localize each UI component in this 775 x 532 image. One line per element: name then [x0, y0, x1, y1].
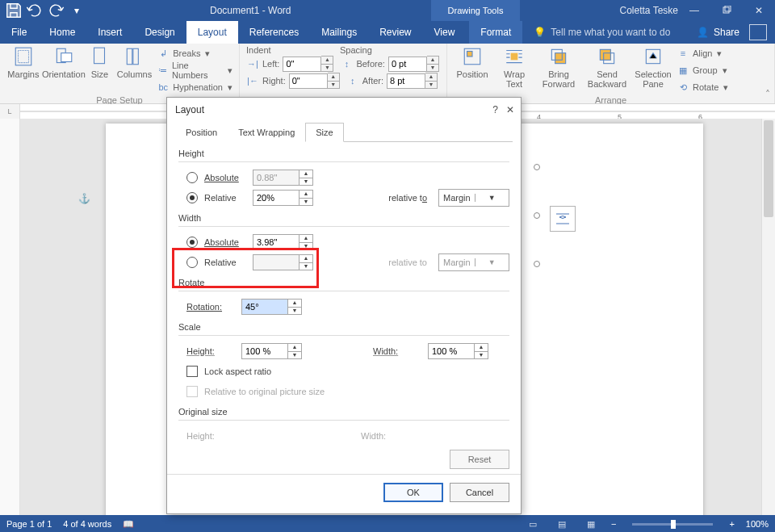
width-absolute-input[interactable]	[253, 234, 300, 250]
zoom-slider-thumb[interactable]	[671, 520, 676, 529]
spacing-before-icon: ↕	[340, 57, 353, 70]
minimize-icon[interactable]: —	[678, 0, 710, 21]
zoom-out-icon[interactable]: −	[611, 519, 616, 529]
spacing-before-input[interactable]	[388, 57, 427, 72]
dlg-tab-position[interactable]: Position	[175, 123, 228, 142]
dlg-tab-text-wrapping[interactable]: Text Wrapping	[228, 123, 305, 142]
selection-pane-button[interactable]: Selection Pane	[635, 45, 672, 89]
tell-me-search[interactable]: 💡 Tell me what you want to do	[522, 21, 689, 44]
dlg-tab-size[interactable]: Size	[305, 123, 343, 142]
user-name[interactable]: Coletta Teske	[620, 0, 679, 21]
send-backward-button[interactable]: Send Backward	[584, 45, 630, 89]
scrollbar-vertical[interactable]	[761, 119, 775, 515]
spacing-after-spinner[interactable]: ▲▼	[387, 73, 438, 89]
group-arrange: Position Wrap Text Bring Forward Send Ba…	[447, 44, 775, 103]
send-backward-label: Send Backward	[584, 69, 630, 89]
save-icon[interactable]	[5, 2, 23, 19]
indent-right-spinner[interactable]: ▲▼	[289, 73, 340, 89]
status-page[interactable]: Page 1 of 1	[6, 519, 52, 529]
margins-button[interactable]: Margins	[6, 45, 40, 79]
scale-width-spinner[interactable]: ▲▼	[428, 343, 488, 359]
orig-width-label: Width:	[361, 431, 409, 441]
layout-options-icon[interactable]	[550, 206, 576, 232]
dialog-titlebar[interactable]: Layout ? ✕	[167, 98, 521, 122]
ruler-vertical[interactable]	[0, 119, 20, 515]
scale-height-spinner[interactable]: ▲▼	[241, 343, 302, 359]
bring-forward-button[interactable]: Bring Forward	[538, 45, 580, 89]
height-relative-radio[interactable]	[186, 192, 198, 203]
height-relative-spinner[interactable]: ▲▼	[253, 190, 313, 206]
tab-mailings[interactable]: Mailings	[310, 21, 368, 44]
ok-button[interactable]: OK	[383, 483, 443, 502]
height-absolute-spinner[interactable]: ▲▼	[253, 170, 313, 186]
scale-height-input[interactable]	[241, 343, 288, 359]
view-read-icon[interactable]: ▭	[524, 517, 542, 530]
tab-view[interactable]: View	[423, 21, 467, 44]
lock-aspect-checkbox[interactable]	[186, 366, 198, 377]
collapse-ribbon-icon[interactable]: ˄	[765, 89, 770, 100]
tab-file[interactable]: File	[0, 21, 38, 44]
dialog-close-icon[interactable]: ✕	[506, 104, 514, 115]
margins-icon	[11, 45, 36, 68]
scrollbar-thumb[interactable]	[764, 120, 773, 217]
rotate-button[interactable]: ⟲Rotate▾	[677, 79, 728, 95]
status-proofing-icon[interactable]: 📖	[123, 519, 134, 530]
size-button[interactable]: Size	[87, 45, 112, 79]
width-relative-input[interactable]	[253, 254, 300, 270]
indent-left-icon: →|	[246, 57, 259, 70]
indent-left-input[interactable]	[283, 57, 321, 72]
tab-insert[interactable]: Insert	[86, 21, 133, 44]
tab-design[interactable]: Design	[133, 21, 186, 44]
reset-button[interactable]: Reset	[450, 450, 509, 469]
orientation-button[interactable]: Orientation	[45, 45, 82, 79]
width-relative-radio[interactable]	[186, 257, 198, 268]
rotation-spinner[interactable]: ▲▼	[241, 299, 302, 315]
indent-right-icon: |←	[246, 74, 259, 87]
share-label: Share	[714, 27, 739, 38]
cancel-button[interactable]: Cancel	[450, 483, 509, 502]
columns-button[interactable]: Columns	[117, 45, 152, 79]
comments-icon[interactable]	[749, 24, 767, 40]
width-relative-spinner[interactable]: ▲▼	[253, 254, 313, 270]
scale-width-input[interactable]	[428, 343, 475, 359]
qat-customize-icon[interactable]: ▾	[68, 2, 86, 19]
breaks-button[interactable]: ↲Breaks▾	[157, 45, 232, 61]
tab-references[interactable]: References	[238, 21, 310, 44]
indent-left-spinner[interactable]: ▲▼	[283, 56, 333, 72]
spacing-before-spinner[interactable]: ▲▼	[388, 56, 439, 72]
hyphenation-button[interactable]: bcHyphenation▾	[157, 79, 232, 95]
width-absolute-radio[interactable]	[186, 237, 198, 248]
spacing-after-input[interactable]	[387, 73, 425, 89]
group-button[interactable]: ▦Group▾	[677, 62, 728, 78]
anchor-icon[interactable]: ⚓	[78, 193, 90, 204]
position-button[interactable]: Position	[454, 45, 491, 79]
height-relative-to-label: relative to	[388, 193, 427, 203]
height-absolute-radio[interactable]	[186, 172, 198, 183]
rotation-input[interactable]	[241, 299, 288, 315]
align-button[interactable]: ≡Align▾	[677, 45, 728, 61]
zoom-slider[interactable]	[632, 523, 713, 526]
zoom-level[interactable]: 100%	[746, 519, 769, 529]
help-icon[interactable]: ?	[492, 104, 498, 115]
height-relative-combo[interactable]: Margin▼	[438, 189, 509, 207]
status-words[interactable]: 4 of 4 words	[63, 519, 111, 529]
redo-icon[interactable]	[47, 2, 65, 19]
view-print-icon[interactable]: ▤	[553, 517, 571, 530]
restore-icon[interactable]	[710, 0, 743, 21]
width-absolute-spinner[interactable]: ▲▼	[253, 234, 313, 250]
undo-icon[interactable]	[26, 2, 44, 19]
tab-home[interactable]: Home	[38, 21, 86, 44]
share-button[interactable]: 👤 Share	[689, 21, 775, 44]
height-relative-input[interactable]	[253, 190, 300, 206]
spacing-before-row: ↕Before:▲▼	[340, 56, 438, 72]
view-web-icon[interactable]: ▦	[582, 517, 600, 530]
tab-format[interactable]: Format	[469, 21, 522, 44]
tab-review[interactable]: Review	[368, 21, 422, 44]
close-icon[interactable]: ✕	[743, 0, 775, 21]
line-numbers-button[interactable]: ≔Line Numbers▾	[157, 62, 232, 78]
height-absolute-input[interactable]	[253, 170, 300, 186]
indent-right-input[interactable]	[289, 73, 328, 89]
zoom-in-icon[interactable]: +	[729, 519, 734, 529]
tab-layout[interactable]: Layout	[186, 21, 238, 44]
wrap-text-button[interactable]: Wrap Text	[496, 45, 533, 89]
